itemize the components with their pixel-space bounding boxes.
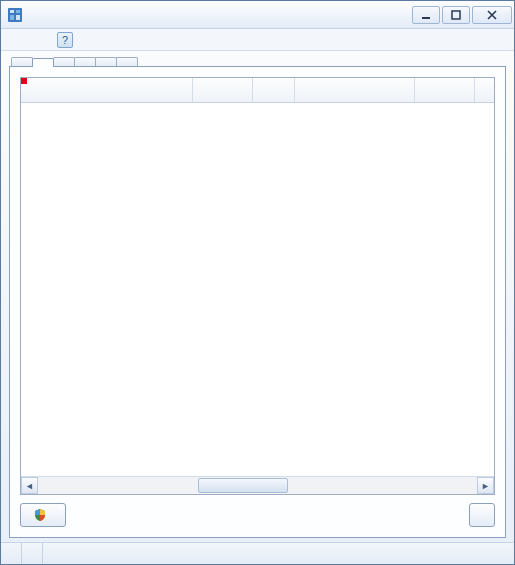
tab-panel-processes: ◄ ► <box>9 66 506 538</box>
svg-rect-5 <box>422 17 430 19</box>
tab-network[interactable] <box>95 57 117 66</box>
scroll-right-button[interactable]: ► <box>477 477 494 494</box>
menu-bar: ? <box>1 29 514 51</box>
process-listview[interactable]: ◄ ► <box>20 77 495 495</box>
close-button[interactable] <box>472 6 512 24</box>
scroll-thumb[interactable] <box>198 478 288 493</box>
svg-rect-6 <box>452 11 460 19</box>
scroll-track[interactable] <box>38 477 477 494</box>
tab-users[interactable] <box>116 57 138 66</box>
horizontal-scrollbar[interactable]: ◄ ► <box>21 476 494 494</box>
tab-applications[interactable] <box>11 57 33 66</box>
app-icon <box>7 7 23 23</box>
column-user[interactable] <box>193 78 253 102</box>
client-area: ◄ ► <box>1 51 514 542</box>
column-cpu[interactable] <box>253 78 295 102</box>
end-process-button[interactable] <box>469 503 495 527</box>
column-memory[interactable] <box>295 78 415 102</box>
svg-rect-4 <box>16 15 20 20</box>
tab-strip <box>9 57 506 66</box>
status-process-count <box>1 543 22 564</box>
show-all-users-button[interactable] <box>20 503 66 527</box>
svg-rect-3 <box>10 15 14 20</box>
status-cpu-usage <box>22 543 43 564</box>
help-icon[interactable]: ? <box>57 32 73 48</box>
button-row <box>20 503 495 527</box>
tab-services[interactable] <box>53 57 75 66</box>
svg-rect-1 <box>10 10 14 13</box>
status-memory-usage <box>43 543 63 564</box>
window-frame: ? ◄ <box>0 0 515 565</box>
scroll-left-button[interactable]: ◄ <box>21 477 38 494</box>
column-image-name[interactable] <box>21 78 193 102</box>
status-bar <box>1 542 514 564</box>
title-bar[interactable] <box>1 1 514 29</box>
column-description[interactable] <box>415 78 475 102</box>
maximize-button[interactable] <box>442 6 470 24</box>
tab-performance[interactable] <box>74 57 96 66</box>
shield-icon <box>33 508 47 522</box>
listview-body[interactable] <box>21 103 494 476</box>
minimize-button[interactable] <box>412 6 440 24</box>
svg-rect-2 <box>16 10 20 13</box>
listview-header <box>21 78 494 103</box>
tab-processes[interactable] <box>32 58 54 67</box>
window-controls <box>412 6 512 24</box>
